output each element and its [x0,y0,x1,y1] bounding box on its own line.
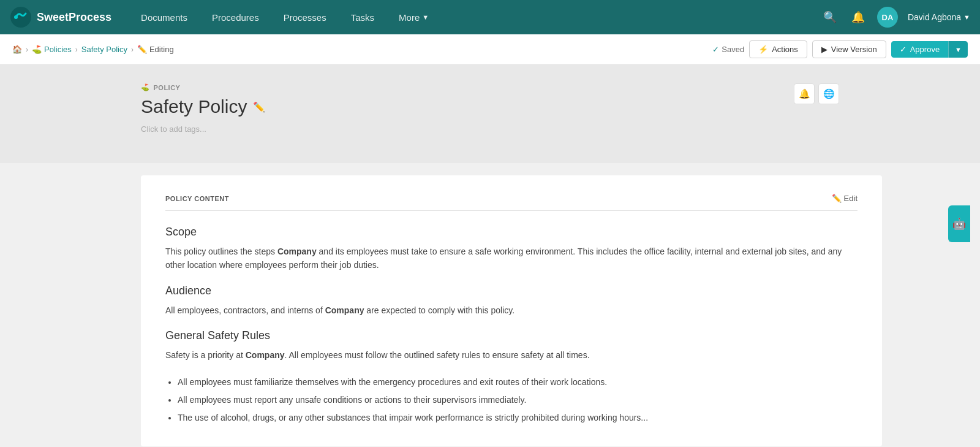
general-safety-heading: General Safety Rules [165,329,858,342]
actions-button[interactable]: ⚡ Actions [749,40,807,58]
scope-heading: Scope [165,226,858,239]
policy-type-badge: ⛳ POLICY [141,83,882,91]
view-version-button[interactable]: ▶ View Version [812,40,886,58]
top-navigation: SweetProcess Documents Procedures Proces… [0,0,980,34]
home-icon: 🏠 [12,45,22,54]
list-item: All employees must familiarize themselve… [178,375,858,390]
notify-bell-button[interactable]: 🔔 [794,83,815,104]
svg-point-1 [14,15,18,19]
bell-header-icon: 🔔 [799,88,810,99]
scope-text: This policy outlines the steps Company a… [165,245,858,272]
pencil-icon: ✏️ [137,45,147,54]
list-item: All employees must report any unsafe con… [178,392,858,408]
logo-text: SweetProcess [37,11,111,24]
user-name[interactable]: David Agbona ▼ [908,12,970,22]
breadcrumb-actions: ✓ Saved ⚡ Actions ▶ View Version ✓ Appro… [712,40,968,58]
nav-documents[interactable]: Documents [131,7,197,28]
policy-title: Safety Policy [141,96,247,117]
title-edit-icon[interactable]: ✏️ [253,101,265,113]
notifications-button[interactable]: 🔔 [849,8,867,26]
globe-button[interactable]: 🌐 [818,83,839,104]
audience-heading: Audience [165,285,858,297]
nav-processes[interactable]: Processes [274,7,336,28]
nav-links: Documents Procedures Processes Tasks Mor… [131,7,821,28]
breadcrumb-editing: ✏️ Editing [137,45,174,54]
edit-content-icon: ✏️ [832,194,842,203]
main-content: ⛳ POLICY Safety Policy ✏️ Click to add t… [0,65,980,447]
play-icon: ▶ [821,45,827,54]
breadcrumb-sep-3: › [131,45,134,54]
bolt-icon: ⚡ [758,45,768,54]
user-avatar[interactable]: DA [877,7,898,28]
search-button[interactable]: 🔍 [821,8,839,26]
breadcrumb: 🏠 › ⛳ Policies › Safety Policy › ✏️ Edit… [12,45,712,54]
nav-more[interactable]: More ▼ [389,7,439,28]
breadcrumb-sep-2: › [75,45,78,54]
chatbot-button[interactable]: 🤖 [948,205,970,242]
bell-icon: 🔔 [851,11,865,23]
approve-group: ✓ Approve ▼ [891,41,968,58]
check-icon: ✓ [712,45,719,54]
approve-dropdown-button[interactable]: ▼ [948,41,968,58]
globe-icon: 🌐 [823,88,835,99]
chevron-down-approve-icon: ▼ [955,46,962,53]
search-icon: 🔍 [823,11,837,23]
chatbot-icon: 🤖 [952,217,966,231]
tags-placeholder[interactable]: Click to add tags... [141,124,882,134]
breadcrumb-home[interactable]: 🏠 [12,45,22,54]
policy-content-area: POLICY CONTENT ✏️ Edit Scope This policy… [141,175,882,446]
policy-title-row: Safety Policy ✏️ [141,96,882,117]
policies-icon: ⛳ [32,45,42,54]
general-safety-text: Safety is a priority at Company. All emp… [165,348,858,362]
saved-status: ✓ Saved [712,45,744,54]
safety-rules-list: All employees must familiarize themselve… [178,375,858,426]
logo[interactable]: SweetProcess [10,6,111,28]
nav-tasks[interactable]: Tasks [341,7,384,28]
nav-right: 🔍 🔔 DA David Agbona ▼ [821,7,970,28]
approve-button[interactable]: ✓ Approve [891,41,948,58]
svg-point-0 [10,7,31,28]
breadcrumb-safety-policy[interactable]: Safety Policy [81,45,127,54]
list-item: The use of alcohol, drugs, or any other … [178,410,858,426]
policy-type-icon: ⛳ [141,83,150,91]
check-approve-icon: ✓ [900,45,907,54]
edit-content-link[interactable]: ✏️ Edit [832,194,858,203]
section-header: POLICY CONTENT ✏️ Edit [165,194,858,211]
policy-header: ⛳ POLICY Safety Policy ✏️ Click to add t… [0,65,980,163]
nav-procedures[interactable]: Procedures [202,7,269,28]
breadcrumb-sep-1: › [26,45,28,54]
user-dropdown-icon: ▼ [963,13,970,21]
breadcrumb-policies[interactable]: ⛳ Policies [32,45,72,54]
breadcrumb-bar: 🏠 › ⛳ Policies › Safety Policy › ✏️ Edit… [0,34,980,65]
audience-text: All employees, contractors, and interns … [165,304,858,317]
policy-content-title: POLICY CONTENT [165,195,229,202]
chevron-down-icon: ▼ [422,13,429,21]
header-icon-group: 🔔 🌐 [794,83,839,104]
